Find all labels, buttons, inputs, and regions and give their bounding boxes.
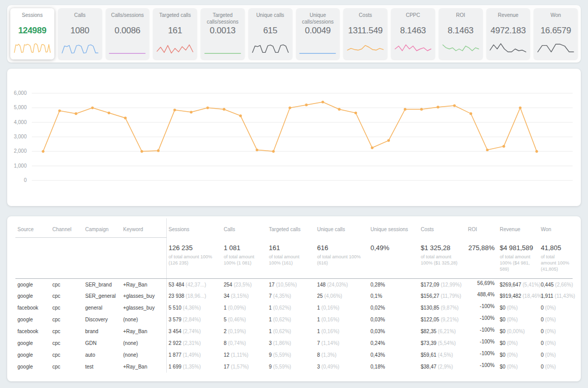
sparkline-chart [61, 42, 99, 56]
metric-card-calls[interactable]: Calls1080 [58, 8, 102, 59]
svg-text:2,000: 2,000 [14, 148, 27, 154]
cell-won: 0 (0%) [539, 302, 573, 314]
cell-keyword: +Ray_Ban [121, 361, 166, 373]
column-header-keyword[interactable]: Keyword [121, 218, 166, 238]
metric-card-revenue[interactable]: Revenue4972.183 [486, 8, 531, 59]
sessions-trend-panel: 01,0002,0003,0004,0005,0006,000 [7, 69, 581, 206]
summary-value: 0,49% [370, 244, 416, 252]
cell-calls: 8 (0,74%) [222, 337, 267, 349]
metric-value: 161 [168, 26, 182, 36]
metric-card-unique-calls[interactable]: Unique calls615 [248, 8, 292, 59]
cell-source: google [15, 278, 50, 290]
table-row[interactable]: googlecpcDiscovery(none)3 579 (2,84%)5 (… [15, 314, 573, 325]
metric-value: 0.0013 [210, 26, 236, 36]
cell-keyword: (none) [121, 349, 166, 361]
cell-targeted_calls: 17 (10,56%) [267, 278, 315, 290]
summary-value: $1 325,28 [421, 244, 463, 252]
table-row[interactable]: googlecpcauto(none)1 877 (1,49%)12 (1,11… [15, 349, 573, 361]
cell-channel: cpc [50, 278, 83, 290]
metric-card-cppc[interactable]: CPPC8.1463 [391, 8, 435, 59]
cell-won: 0 (0%) [539, 337, 573, 349]
svg-text:1,000: 1,000 [14, 163, 27, 169]
cell-sessions: 5 510 (4,36%) [166, 302, 222, 314]
cell-targeted_calls: 9 (5,59%) [267, 361, 315, 373]
cell-unique_sessions: 0,24% [368, 337, 419, 349]
column-header-sessions[interactable]: Sessions [166, 218, 222, 238]
svg-text:6,000: 6,000 [14, 90, 27, 96]
column-header-targeted_calls[interactable]: Targeted calls [267, 218, 315, 238]
column-header-channel[interactable]: Channel [50, 218, 83, 238]
cell-targeted_calls: 9 (5,59%) [267, 349, 315, 361]
summary-subtext: of total amount 100% ($1 325,28) [421, 254, 463, 266]
metric-value: 8.1463 [448, 26, 474, 36]
cell-roi: -100% [466, 302, 498, 314]
column-header-unique_sessions[interactable]: Unique sessions [368, 218, 419, 238]
sparkline-chart [251, 42, 289, 56]
metric-value: 0.0086 [114, 26, 140, 36]
cell-source: google [15, 337, 50, 349]
summary-cell-costs: $1 325,28of total amount 100% ($1 325,28… [419, 238, 466, 279]
table-row[interactable]: googlecpcSER_general+glasses_buy23 938 (… [15, 290, 573, 302]
column-header-costs[interactable]: Costs [419, 218, 466, 238]
summary-value: 1 081 [224, 244, 264, 252]
cell-campaign: SER_brand [83, 278, 121, 290]
analytics-dashboard: Sessions124989Calls1080Calls/sessions0.0… [0, 0, 588, 386]
metric-card-unique-calls-sessions[interactable]: Unique calls/sessions0.0049 [296, 8, 340, 59]
cell-unique_sessions: 0,03% [368, 325, 419, 337]
column-header-revenue[interactable]: Revenue [498, 218, 539, 238]
cell-revenue: $0 (0%) [498, 337, 539, 349]
cell-source: facebook [15, 302, 50, 314]
summary-subtext: of total amount 100% (1 081) [224, 254, 264, 266]
metric-card-roi[interactable]: ROI8.1463 [439, 8, 483, 59]
column-header-roi[interactable]: ROI [466, 218, 498, 238]
table-row[interactable]: facebookcpcbrand+Ray_Ban3 454 (2,74%)2 (… [15, 325, 573, 337]
metric-label: Unique calls/sessions [298, 12, 339, 25]
cell-roi: -100% [466, 325, 498, 337]
metric-value: 615 [263, 26, 277, 36]
cell-unique_calls: 25 (4,06%) [315, 290, 368, 302]
cell-roi: -100% [466, 361, 498, 373]
table-row[interactable]: googlecpctest+Ray_Ban1 699 (1,35%)17 (1,… [15, 361, 573, 373]
column-header-unique_calls[interactable]: Unique calls [315, 218, 368, 238]
column-header-calls[interactable]: Calls [222, 218, 267, 238]
cell-revenue: $0 (0,00%) [498, 325, 539, 337]
table-row[interactable]: facebookcpcgeneral+glasses_buy5 510 (4,3… [15, 302, 573, 314]
cell-calls: 34 (3,15%) [222, 290, 267, 302]
table-row[interactable]: googlecpcGDN(none)2 922 (2,31%)8 (0,74%)… [15, 337, 573, 349]
metric-card-won[interactable]: Won16.6579 [534, 8, 578, 59]
metric-card-targeted-calls-sessions[interactable]: Targeted calls/sessions0.0013 [201, 8, 245, 59]
cell-sessions: 3 454 (2,74%) [166, 325, 222, 337]
cell-unique_calls: 1 (0,16%) [315, 314, 368, 325]
cell-won: 1,911 (11,43%) [539, 290, 573, 302]
svg-text:4,000: 4,000 [14, 119, 27, 125]
cell-channel: cpc [50, 325, 83, 337]
sparkline-chart [156, 42, 194, 56]
summary-subtext: of total amount 100% ($4 981, 589) [500, 254, 536, 272]
cell-costs: $130,85 (9,87%) [419, 302, 466, 314]
cell-revenue: $0 (0%) [498, 361, 539, 373]
cell-costs: $73,39 (5,54%) [419, 337, 466, 349]
metrics-row: Sessions124989Calls1080Calls/sessions0.0… [7, 5, 581, 63]
metric-card-sessions[interactable]: Sessions124989 [10, 8, 54, 59]
cell-won: 0,445 (2,66%) [539, 278, 573, 290]
cell-targeted_calls: 1 (0,62%) [267, 314, 315, 325]
column-header-won[interactable]: Won [539, 218, 573, 238]
metric-value: 4972.183 [491, 26, 526, 36]
cell-channel: cpc [50, 290, 83, 302]
cell-unique_sessions: 0,02% [368, 302, 419, 314]
summary-subtext: of total amount 100% (126 235) [169, 254, 219, 266]
summary-cell-targeted_calls: 161of total amount 100% (161) [267, 238, 315, 279]
cell-roi: 56,69% [466, 278, 498, 290]
summary-subtext: of total amount 100% (41,805) [541, 254, 570, 272]
metric-card-costs[interactable]: Costs1311.549 [343, 8, 387, 59]
cell-costs: $172,09 (12,99%) [419, 278, 466, 290]
metric-card-targeted-calls[interactable]: Targeted calls161 [153, 8, 197, 59]
table-row[interactable]: googlecpcSER_brand+Ray_Ban53 484 (42,37.… [15, 278, 573, 290]
summary-cell-keyword [121, 238, 166, 279]
column-header-campaign[interactable]: Campaign [83, 218, 121, 238]
cell-roi: -100% [466, 349, 498, 361]
column-header-source[interactable]: Source [15, 218, 50, 238]
metric-card-calls-sessions[interactable]: Calls/sessions0.0086 [106, 8, 150, 59]
cell-roi: -100% [466, 314, 498, 325]
cell-channel: cpc [50, 302, 83, 314]
